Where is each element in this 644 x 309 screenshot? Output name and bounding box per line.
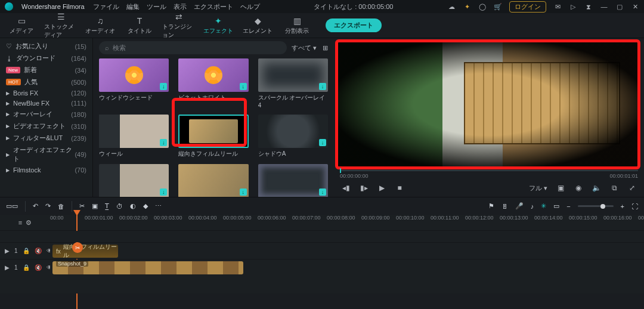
- sidebar-item-newblue-fx[interactable]: ▶NewBlue FX(111): [6, 100, 86, 107]
- effect-wheel[interactable]: ↓ウィール: [99, 115, 169, 158]
- sidebar-item-filter-lut[interactable]: ▶フィルター&LUT(239): [6, 134, 86, 143]
- zoom-out-icon[interactable]: −: [566, 203, 570, 210]
- speed-tool-icon[interactable]: ⏱: [116, 203, 123, 210]
- preview-viewport[interactable]: [338, 42, 638, 167]
- crop-tool-icon[interactable]: ▣: [92, 202, 98, 210]
- cut-tool-icon[interactable]: ✂: [79, 202, 85, 210]
- zoom-in-icon[interactable]: +: [621, 203, 624, 210]
- sidebar-item-video-effects[interactable]: ▶ビデオエフェクト(310): [6, 122, 86, 131]
- sidebar-item-overlay[interactable]: ▶オーバーレイ(180): [6, 110, 86, 119]
- track-header-fx[interactable]: ▶1🔒🔇👁: [0, 243, 50, 259]
- tab-effects[interactable]: ✦エフェクト: [202, 16, 235, 35]
- effect-water-surfer[interactable]: ↓ウォーターサファー: [99, 164, 169, 197]
- search-input[interactable]: ⌕検索: [99, 41, 287, 54]
- cloud-icon[interactable]: ☁: [447, 2, 456, 11]
- text-icon: T: [135, 16, 144, 26]
- ruler-tick: 00:00:15:00: [569, 215, 597, 221]
- cart-icon[interactable]: 🛒: [494, 2, 502, 11]
- track-settings-icon[interactable]: ⚙: [26, 219, 32, 227]
- sidebar-item-new[interactable]: New新着(34): [6, 66, 86, 75]
- message-icon[interactable]: ✉: [553, 2, 562, 11]
- expand-icon[interactable]: ⤢: [627, 183, 637, 193]
- fit-zoom-icon[interactable]: ⛶: [631, 203, 638, 210]
- notification-icon[interactable]: ▷: [569, 2, 577, 11]
- export-button[interactable]: エクスポート: [326, 18, 382, 32]
- account-icon[interactable]: ◯: [478, 2, 487, 11]
- tab-split-view[interactable]: ▥分割表示: [280, 16, 314, 35]
- play-button[interactable]: ▶: [377, 183, 386, 193]
- redo-button[interactable]: ↷: [45, 202, 51, 210]
- sidebar-item-popular[interactable]: HOT人気(500): [6, 78, 86, 86]
- sidebar-item-filmstock[interactable]: ▶Filmstock(70): [6, 166, 86, 174]
- mute-icon[interactable]: 🔇: [35, 264, 42, 271]
- preview-scrubber[interactable]: [340, 168, 638, 173]
- mixer-icon[interactable]: 🎚: [501, 203, 508, 210]
- menu-tools[interactable]: ツール: [147, 2, 166, 11]
- menu-export[interactable]: エクスポート: [194, 2, 233, 11]
- magnet-icon[interactable]: ✳: [541, 202, 546, 210]
- track-collapse-icon[interactable]: ≡: [18, 219, 22, 226]
- delete-button[interactable]: 🗑: [58, 203, 64, 210]
- menu-view[interactable]: 表示: [174, 2, 187, 11]
- timeline-clip-effect[interactable]: fx縦向きフィルムリール: [52, 245, 118, 258]
- timeline: ≡⚙ ✂ 00:0000:00:01:0000:00:02:0000:00:03…: [0, 215, 644, 293]
- sidebar-item-downloads[interactable]: ⭳ダウンロード(164): [6, 54, 86, 63]
- effect-sparkle-overlay-4[interactable]: ↓スパークル オーバーレイ 4: [258, 58, 328, 109]
- snapshot-icon[interactable]: ◉: [574, 183, 583, 193]
- snap-icon[interactable]: ▭: [553, 202, 559, 210]
- lock-icon[interactable]: 🔒: [23, 248, 30, 254]
- menu-edit[interactable]: 編集: [126, 2, 140, 11]
- keyframe-tool-icon[interactable]: ◆: [143, 202, 148, 210]
- tab-stock-media[interactable]: ☰ストックメディア: [44, 12, 78, 39]
- effect-vignette-white[interactable]: ↓ビネットホワイト: [178, 58, 248, 109]
- lock-icon[interactable]: 🔒: [23, 264, 30, 271]
- step-back-button[interactable]: ▮▸: [359, 183, 369, 193]
- tab-audio[interactable]: ♫オーディオ: [83, 16, 117, 35]
- mic-icon[interactable]: 🎤: [515, 202, 524, 210]
- grid-view-icon[interactable]: ⊞: [323, 44, 328, 52]
- fullscreen-icon[interactable]: ▣: [556, 183, 565, 193]
- text-tool-icon[interactable]: T̲: [105, 202, 109, 210]
- quality-dropdown[interactable]: フル ▾: [529, 184, 547, 193]
- maximize-icon[interactable]: ▢: [615, 2, 624, 11]
- more-tools-icon[interactable]: ⋯: [155, 202, 162, 210]
- sidebar-item-favorites[interactable]: ♡お気に入り(15): [6, 42, 86, 51]
- split-button[interactable]: ✂: [72, 242, 83, 253]
- detach-icon[interactable]: ⧉: [609, 183, 619, 193]
- filter-dropdown[interactable]: すべて ▾: [292, 44, 317, 52]
- tab-elements[interactable]: ◆エレメント: [241, 16, 274, 35]
- sidebar-item-boris-fx[interactable]: ▶Boris FX(120): [6, 89, 86, 97]
- tab-title[interactable]: Tタイトル: [123, 16, 156, 35]
- marker-icon[interactable]: ⚑: [488, 202, 494, 210]
- ruler-tick: 00:00:04:00: [188, 215, 217, 221]
- star-icon[interactable]: ✦: [463, 2, 471, 11]
- volume-icon[interactable]: 🔈: [592, 183, 601, 193]
- prev-frame-button[interactable]: ◂▮: [341, 183, 351, 193]
- tab-transition[interactable]: ⇄トランジション: [162, 12, 196, 39]
- effect-vertical-film-reel[interactable]: 縦向きフィルムリール: [178, 115, 248, 158]
- undo-button[interactable]: ↶: [33, 202, 38, 210]
- stop-button[interactable]: ■: [395, 183, 404, 193]
- effect-random-dust[interactable]: ↓ランダムダスト: [178, 164, 248, 197]
- menu-help[interactable]: ヘルプ: [240, 2, 260, 11]
- chevron-right-icon: ▶: [6, 135, 10, 141]
- app-logo: [5, 2, 13, 11]
- menu-file[interactable]: ファイル: [93, 2, 119, 11]
- minimize-icon[interactable]: —: [600, 2, 608, 11]
- sidebar-item-audio-effects[interactable]: ▶オーディオエフェクト(49): [6, 146, 86, 163]
- effect-shadow-a[interactable]: ↓シャドウA: [258, 115, 328, 158]
- music-icon[interactable]: ♪: [531, 203, 534, 210]
- mute-icon[interactable]: 🔇: [35, 248, 42, 254]
- updates-icon[interactable]: ⧗: [584, 2, 593, 11]
- effect-bokeh-2[interactable]: ↓ボケ2: [258, 164, 328, 197]
- timeline-ruler[interactable]: ✂ 00:0000:00:01:0000:00:02:0000:00:03:00…: [50, 215, 644, 230]
- color-tool-icon[interactable]: ◐: [130, 202, 136, 210]
- login-button[interactable]: ログイン: [509, 1, 546, 13]
- tab-media[interactable]: ▭メディア: [5, 16, 38, 35]
- zoom-slider[interactable]: [578, 205, 614, 207]
- close-icon[interactable]: ✕: [631, 2, 639, 11]
- select-tool-icon[interactable]: ▭▭: [6, 202, 18, 210]
- timeline-clip-video[interactable]: Snapshot_9: [52, 261, 243, 274]
- track-header-video[interactable]: ▶1🔒🔇👁: [0, 259, 50, 276]
- effect-window-shade[interactable]: ↓ウィンドウシェード: [99, 58, 169, 109]
